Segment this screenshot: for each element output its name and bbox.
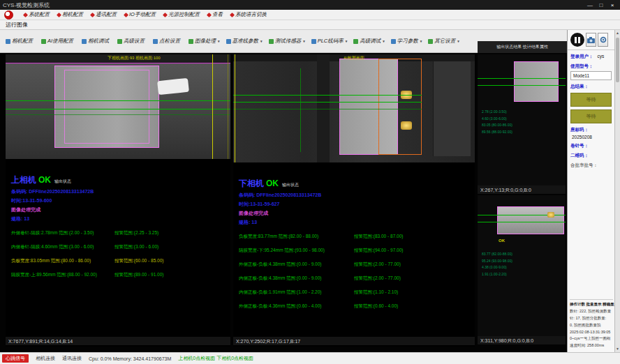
tool-icon bbox=[6, 39, 10, 44]
stat-line: 0, 拍照图批数量拍 bbox=[570, 323, 613, 328]
tool-ai-config[interactable]: AI使用配置 bbox=[41, 38, 75, 45]
snapshot-button[interactable] bbox=[586, 33, 596, 47]
maximize-button[interactable]: □ bbox=[596, 2, 606, 8]
camera-name: 上相机 bbox=[11, 174, 36, 186]
part-outline bbox=[64, 70, 149, 144]
chevron-down-icon: ▾ bbox=[383, 39, 385, 43]
measure-line bbox=[233, 109, 422, 109]
scroll-down-arrow-icon[interactable]: ▼ bbox=[615, 346, 620, 352]
time-line: 时间:13-31-59-600 bbox=[11, 197, 229, 204]
roi-outline bbox=[378, 59, 422, 155]
tool-icon bbox=[311, 39, 316, 44]
tool-icon bbox=[391, 39, 396, 44]
tool-advanced-debug[interactable]: 高级调试▾ bbox=[353, 38, 385, 45]
qr-code-label: 二维码： bbox=[570, 153, 614, 159]
heartbeat-badge[interactable]: 心跳信号 bbox=[2, 354, 29, 363]
scrollbar-thumb[interactable] bbox=[616, 38, 619, 82]
camera-panel-left: 下相机画面:93 相机画面:100 上相机 OK 输出状态 条码码: DFFli… bbox=[6, 54, 230, 347]
chevron-down-icon: ▾ bbox=[260, 39, 263, 43]
measurement-row: 负极宽度:83.05mm 范围:(80.00 - 86.00)报警范围:(60.… bbox=[11, 258, 229, 264]
thumb-ok-text: OK bbox=[499, 238, 505, 243]
menu-item-io-manual[interactable]: IO手动配置 bbox=[124, 11, 156, 18]
menu-item-light-control[interactable]: 光源控制配置 bbox=[163, 11, 200, 18]
tool-icon bbox=[428, 39, 433, 44]
scroll-up-arrow-icon[interactable]: ▲ bbox=[615, 30, 620, 36]
pause-icon bbox=[575, 37, 577, 43]
menu-item-system-config[interactable]: 系统配置 bbox=[24, 11, 50, 18]
menu-bullet-icon bbox=[230, 12, 235, 17]
thumb-panel-top[interactable]: 2.78 (2.00-3.50) 4.60 (3.00-6.00) 83.05 … bbox=[478, 54, 566, 194]
process-status-line: 图像处理完成 bbox=[11, 206, 229, 213]
result-ok-text: OK bbox=[38, 175, 51, 185]
measure-line bbox=[478, 222, 566, 222]
chevron-down-icon: ▾ bbox=[218, 39, 220, 43]
camera-title: 下相机 OK 输出状态 bbox=[239, 178, 473, 190]
batch-code-label: 座标码： bbox=[570, 127, 614, 133]
chevron-down-icon: ▾ bbox=[303, 39, 305, 43]
menu-item-label: 系统配置 bbox=[29, 11, 50, 18]
stat-line: 速度时间: 258.00ms bbox=[570, 343, 613, 348]
pause-button[interactable] bbox=[570, 33, 584, 47]
camera-image-left[interactable]: 下相机画面:93 相机画面:100 bbox=[6, 54, 230, 159]
menu-bullet-icon bbox=[207, 12, 212, 17]
menu-bullet-icon bbox=[57, 12, 61, 17]
measure-line bbox=[212, 54, 213, 159]
measure-line bbox=[235, 54, 235, 162]
tool-camera-debug[interactable]: 相机调试 bbox=[82, 38, 111, 45]
tool-image-processing[interactable]: 图像处理▾ bbox=[189, 38, 220, 45]
menu-item-view[interactable]: 查看 bbox=[207, 11, 223, 18]
stat-line: 数针: 222, 拍照检测数量 bbox=[570, 309, 613, 314]
tool-advanced-settings[interactable]: 高级设置 bbox=[117, 38, 147, 45]
measure-line bbox=[478, 78, 566, 79]
tool-baseline-params[interactable]: 基准线参数▾ bbox=[226, 38, 263, 45]
batch-rate-label: 合批率批号： bbox=[570, 162, 614, 169]
main-area: 下相机画面:93 相机画面:100 上相机 OK 输出状态 条码码: DFFli… bbox=[0, 53, 567, 352]
vertical-scrollbar[interactable]: ▲ ▼ bbox=[614, 30, 620, 352]
menu-item-camera-config[interactable]: 相机配置 bbox=[57, 11, 83, 18]
camera-info-right: 下相机 OK 输出状态 条码码: DFFline2025020813313472… bbox=[239, 162, 473, 310]
camera-icon bbox=[587, 37, 595, 43]
camera-panel-right: AI检测画面 下相机 OK 输出状态 条码码: DFFline202502081… bbox=[233, 54, 475, 347]
camera-view-links[interactable]: 上相机0点检视图 下相机0点检视图 bbox=[178, 355, 253, 362]
menu-item-comm-config[interactable]: 通讯配置 bbox=[91, 11, 117, 18]
measurement-rows: 负极宽度:83.77mm 范围:(82.00 - 88.00)报警范围:(83.… bbox=[239, 234, 473, 310]
login-user-row: 登录用户： cys bbox=[568, 54, 614, 60]
part-strip bbox=[497, 206, 564, 234]
tool-icon bbox=[226, 39, 231, 44]
tool-other-settings[interactable]: 其它设置▾ bbox=[428, 38, 459, 45]
close-button[interactable]: × bbox=[607, 2, 617, 8]
measurement-row: 外侧正极-负极:4.36mm 范围:(0.60 - 4.00)报警范围:(0.6… bbox=[239, 303, 473, 310]
side-panel-texture bbox=[433, 61, 471, 156]
image-overlay-label: AI检测画面 bbox=[344, 55, 364, 61]
menu-item-language[interactable]: 系统语言切换 bbox=[230, 11, 267, 18]
login-user-value: cys bbox=[598, 54, 605, 59]
menu-item-label: IO手动配置 bbox=[129, 11, 156, 18]
measurement-row: 内侧正极-负极:1.91mm 范围:(1.00 - 2.20)报警范围:(1.1… bbox=[239, 289, 473, 296]
minimize-button[interactable]: — bbox=[585, 2, 595, 8]
run-image-row: 运行图像 bbox=[0, 20, 620, 30]
thumb-measure-text: 2.78 (2.00-3.50) 4.60 (3.00-6.00) 83.05 … bbox=[482, 109, 512, 135]
needle-number-label: 卷针号： bbox=[570, 143, 614, 149]
app-logo-icon bbox=[4, 10, 13, 20]
camera-info-left: 上相机 OK 输出状态 条码码: DFFline2025020813313472… bbox=[11, 159, 229, 278]
measure-line bbox=[228, 54, 228, 159]
tool-camera-config[interactable]: 相机配置 bbox=[6, 38, 35, 45]
tool-spot-check[interactable]: 点检设置 bbox=[153, 38, 182, 45]
gear-icon bbox=[600, 36, 607, 43]
settings-button[interactable] bbox=[598, 33, 608, 47]
measure-line bbox=[6, 114, 230, 115]
tool-sensor-test[interactable]: 测试传感器▾ bbox=[269, 38, 305, 45]
tool-learning-params[interactable]: 学习参数▾ bbox=[391, 38, 422, 45]
menu-bullet-icon bbox=[163, 12, 168, 17]
tool-plc-rate[interactable]: PLC线码率▾ bbox=[311, 38, 348, 45]
thumb-panel-bottom[interactable]: OK 83.77 (82.00-88.00) 95.24 (93.00-98.0… bbox=[478, 195, 566, 344]
titlebar: CYS-视觉检测系统 — □ × bbox=[0, 0, 620, 10]
measure-line bbox=[6, 100, 230, 101]
part-region bbox=[514, 61, 559, 102]
measure-line bbox=[6, 109, 230, 109]
measure-line bbox=[300, 68, 301, 152]
run-image-tab[interactable]: 运行图像 bbox=[6, 21, 28, 29]
measurement-row: 负极宽度:83.77mm 范围:(82.00 - 88.00)报警范围:(83.… bbox=[239, 234, 473, 240]
chevron-down-icon: ▾ bbox=[420, 39, 422, 43]
camera-image-right[interactable]: AI检测画面 bbox=[233, 54, 475, 162]
